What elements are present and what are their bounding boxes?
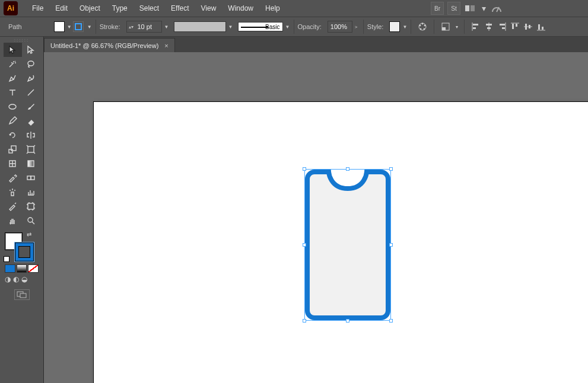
symbol-sprayer-tool[interactable] xyxy=(4,185,22,199)
arrange-docs-dropdown-icon[interactable]: ▾ xyxy=(481,2,487,15)
menu-type[interactable]: Type xyxy=(106,2,134,15)
handle-right-mid[interactable] xyxy=(389,243,393,247)
align-right-icon[interactable] xyxy=(497,21,507,32)
type-tool[interactable] xyxy=(4,85,22,100)
opacity-dropdown-icon[interactable]: > xyxy=(352,24,360,30)
align-left-icon[interactable] xyxy=(471,21,481,32)
color-mode-gradient[interactable] xyxy=(17,264,27,273)
brush-dropdown-icon[interactable]: ▼ xyxy=(283,24,290,30)
align-vcenter-icon[interactable] xyxy=(523,21,533,32)
gpu-perf-icon[interactable] xyxy=(490,2,503,15)
close-tab-icon[interactable]: × xyxy=(164,42,168,49)
menu-view[interactable]: View xyxy=(195,2,223,15)
draw-behind-icon[interactable]: ◐ xyxy=(13,275,19,283)
drawing-mode-row: ◑ ◐ ◒ xyxy=(0,274,43,285)
hand-tool[interactable] xyxy=(4,213,22,228)
svg-rect-24 xyxy=(529,25,530,28)
tools-panel-grip-icon[interactable]: :::::: xyxy=(0,37,43,43)
handle-bottom-right[interactable] xyxy=(389,319,393,323)
stroke-color-box[interactable] xyxy=(15,243,33,261)
align-group-vertical xyxy=(510,21,546,32)
rotate-tool[interactable] xyxy=(4,128,22,142)
recolor-artwork-icon[interactable] xyxy=(417,21,428,32)
color-mode-solid[interactable] xyxy=(5,264,15,273)
menu-object[interactable]: Object xyxy=(74,2,106,15)
align-bottom-icon[interactable] xyxy=(536,21,546,32)
lasso-tool[interactable] xyxy=(22,57,40,71)
menu-edit[interactable]: Edit xyxy=(49,2,74,15)
menu-file[interactable]: File xyxy=(26,2,49,15)
pen-tool[interactable] xyxy=(4,71,22,85)
opacity-field[interactable]: 100% xyxy=(328,21,352,33)
handle-top-mid[interactable] xyxy=(346,167,349,171)
align-to-icon[interactable] xyxy=(440,21,451,32)
align-top-icon[interactable] xyxy=(510,21,520,32)
stroke-swatch[interactable] xyxy=(73,21,84,32)
svg-rect-20 xyxy=(512,24,514,29)
draw-normal-icon[interactable]: ◑ xyxy=(5,275,11,283)
svg-rect-31 xyxy=(11,146,16,151)
color-mode-row xyxy=(0,263,43,274)
blend-tool[interactable] xyxy=(22,171,40,185)
stroke-weight-dropdown-icon[interactable]: ▼ xyxy=(162,24,169,30)
align-to-dropdown-icon[interactable]: ▾ xyxy=(453,24,460,30)
draw-inside-icon[interactable]: ◒ xyxy=(21,275,27,283)
svg-rect-35 xyxy=(27,176,31,180)
line-tool[interactable] xyxy=(22,85,40,100)
zoom-tool[interactable] xyxy=(22,213,40,228)
handle-top-left[interactable] xyxy=(303,167,306,171)
stroke-weight-field[interactable]: ▴▾ 10 pt xyxy=(126,21,162,33)
fill-dropdown-icon[interactable]: ▼ xyxy=(65,24,72,30)
svg-rect-9 xyxy=(442,27,446,30)
fill-swatch[interactable] xyxy=(54,21,65,32)
eraser-tool[interactable] xyxy=(22,114,40,128)
canvas-area[interactable] xyxy=(44,52,588,383)
slice-tool[interactable] xyxy=(4,199,22,213)
opacity-value[interactable]: 100% xyxy=(328,23,352,30)
default-fill-stroke-icon[interactable] xyxy=(4,256,9,262)
menu-effect[interactable]: Effect xyxy=(165,2,195,15)
handle-top-right[interactable] xyxy=(389,167,393,171)
artboard[interactable] xyxy=(94,102,588,383)
arrange-docs-icon[interactable] xyxy=(464,2,477,15)
curvature-tool[interactable] xyxy=(22,71,40,85)
scale-tool[interactable] xyxy=(4,142,22,157)
swap-fill-stroke-icon[interactable]: ⇄ xyxy=(27,231,31,238)
gradient-tool[interactable] xyxy=(22,157,40,171)
brush-definition[interactable]: Basic xyxy=(238,22,283,31)
magic-wand-tool[interactable] xyxy=(4,57,22,71)
ellipse-tool[interactable] xyxy=(4,100,22,114)
pencil-tool[interactable] xyxy=(4,114,22,128)
color-mode-none[interactable] xyxy=(28,264,39,273)
stroke-weight-value[interactable]: 10 pt xyxy=(135,23,161,30)
artboard-tool[interactable] xyxy=(22,199,40,213)
direct-selection-tool[interactable] xyxy=(22,43,40,57)
handle-left-mid[interactable] xyxy=(303,243,306,247)
graphic-style-swatch[interactable] xyxy=(389,21,400,32)
stroke-dropdown-icon[interactable]: ▼ xyxy=(85,24,92,30)
eyedropper-tool[interactable] xyxy=(4,171,22,185)
stock-icon[interactable]: St xyxy=(447,2,460,15)
style-dropdown-icon[interactable]: ▼ xyxy=(400,24,407,30)
menu-window[interactable]: Window xyxy=(222,2,259,15)
free-transform-tool[interactable] xyxy=(22,142,40,157)
handle-bottom-mid[interactable] xyxy=(346,319,349,323)
menu-help[interactable]: Help xyxy=(259,2,286,15)
stroke-weight-stepper-icon[interactable]: ▴▾ xyxy=(127,24,135,30)
document-tab[interactable]: Untitled-1* @ 66.67% (RGB/Preview) × xyxy=(44,38,175,52)
selection-tool[interactable] xyxy=(4,43,22,57)
handle-bottom-left[interactable] xyxy=(303,319,306,323)
align-hcenter-icon[interactable] xyxy=(484,21,494,32)
fill-stroke-control[interactable]: ⇄ xyxy=(4,231,40,262)
screen-mode-icon[interactable] xyxy=(14,289,30,300)
paintbrush-tool[interactable] xyxy=(22,100,40,114)
menu-select[interactable]: Select xyxy=(134,2,165,15)
selected-object-bbox[interactable] xyxy=(305,170,390,320)
variable-width-profile[interactable] xyxy=(174,21,226,32)
mesh-tool[interactable] xyxy=(4,157,22,171)
reflect-tool[interactable] xyxy=(22,128,40,142)
svg-rect-36 xyxy=(31,176,34,180)
variable-width-dropdown-icon[interactable]: ▼ xyxy=(226,24,233,30)
bridge-icon[interactable]: Br xyxy=(431,2,444,15)
column-graph-tool[interactable] xyxy=(22,185,40,199)
